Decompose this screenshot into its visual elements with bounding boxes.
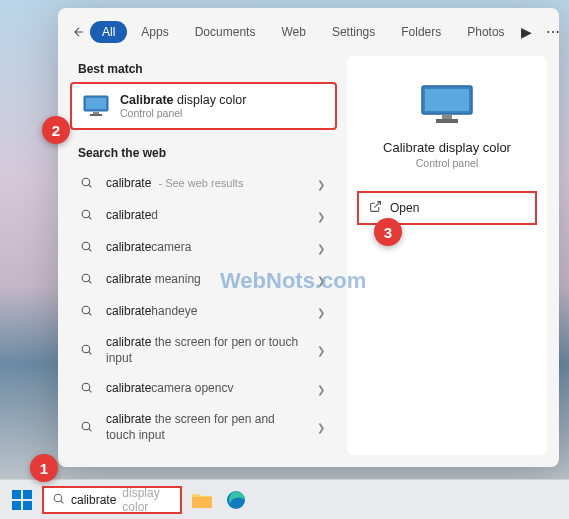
best-match-title-rest: display color xyxy=(174,93,247,107)
callout-2: 2 xyxy=(42,116,70,144)
web-result-item[interactable]: calibrate the screen for pen or touch in… xyxy=(70,328,337,373)
svg-point-20 xyxy=(54,494,62,502)
tab-photos[interactable]: Photos xyxy=(455,21,516,43)
svg-rect-16 xyxy=(12,490,21,499)
web-result-text: calibrate the screen for pen and touch i… xyxy=(106,412,305,443)
best-match-title-bold: Calibrate xyxy=(120,93,174,107)
search-icon xyxy=(80,175,96,193)
web-result-item[interactable]: calibrate - See web results❯ xyxy=(70,168,337,200)
svg-rect-14 xyxy=(442,115,452,119)
web-result-item[interactable]: calibratecamera opencv❯ xyxy=(70,373,337,405)
tab-web[interactable]: Web xyxy=(269,21,317,43)
chevron-right-icon: ❯ xyxy=(315,422,327,433)
svg-point-9 xyxy=(82,345,90,353)
svg-point-5 xyxy=(82,210,90,218)
start-button[interactable] xyxy=(8,486,36,514)
more-icon[interactable]: ⋯ xyxy=(546,24,560,40)
best-match-label: Best match xyxy=(70,56,337,82)
svg-rect-18 xyxy=(12,501,21,510)
left-column: Best match Calibrate display color Contr… xyxy=(70,56,337,455)
svg-point-6 xyxy=(82,242,90,250)
chevron-right-icon: ❯ xyxy=(315,275,327,286)
chevron-right-icon: ❯ xyxy=(315,243,327,254)
file-explorer-icon[interactable] xyxy=(188,486,216,514)
monitor-icon xyxy=(82,92,110,120)
tab-documents[interactable]: Documents xyxy=(183,21,268,43)
svg-rect-2 xyxy=(93,112,99,114)
search-icon xyxy=(52,491,65,509)
search-web-label: Search the web xyxy=(70,140,337,166)
back-button[interactable] xyxy=(72,20,86,44)
open-icon xyxy=(369,199,382,217)
tab-apps[interactable]: Apps xyxy=(129,21,180,43)
web-result-item[interactable]: calibratehandeye❯ xyxy=(70,296,337,328)
svg-rect-1 xyxy=(86,98,106,109)
edge-icon[interactable] xyxy=(222,486,250,514)
web-result-item[interactable]: calibratecamera❯ xyxy=(70,232,337,264)
svg-point-11 xyxy=(82,422,90,430)
svg-rect-21 xyxy=(192,497,212,508)
chevron-right-icon: ❯ xyxy=(315,211,327,222)
preview-title: Calibrate display color xyxy=(383,140,511,155)
web-result-item[interactable]: calibrated❯ xyxy=(70,200,337,232)
tab-settings[interactable]: Settings xyxy=(320,21,387,43)
web-result-text: calibratecamera opencv xyxy=(106,381,305,397)
chevron-right-icon: ❯ xyxy=(315,384,327,395)
search-results-panel: AllAppsDocumentsWebSettingsFoldersPhotos… xyxy=(58,8,559,467)
best-match-sub: Control panel xyxy=(120,107,246,119)
web-result-text: calibrate - See web results xyxy=(106,176,305,192)
web-result-text: calibratehandeye xyxy=(106,304,305,320)
top-bar: AllAppsDocumentsWebSettingsFoldersPhotos… xyxy=(58,8,559,52)
tab-folders[interactable]: Folders xyxy=(389,21,453,43)
search-icon xyxy=(80,303,96,321)
preview-sub: Control panel xyxy=(416,157,478,169)
web-result-text: calibrate meaning xyxy=(106,272,305,288)
monitor-icon-large xyxy=(420,84,474,126)
svg-rect-15 xyxy=(436,119,458,123)
svg-rect-17 xyxy=(23,490,32,499)
search-icon xyxy=(80,419,96,437)
web-result-item[interactable]: calibrate meaning❯ xyxy=(70,264,337,296)
web-results-list: calibrate - See web results❯calibrated❯c… xyxy=(70,168,337,450)
chevron-right-icon: ❯ xyxy=(315,179,327,190)
svg-rect-19 xyxy=(23,501,32,510)
search-icon xyxy=(80,380,96,398)
right-preview: Calibrate display color Control panel Op… xyxy=(347,56,547,455)
web-result-text: calibratecamera xyxy=(106,240,305,256)
search-ghost-text: display color xyxy=(122,486,172,514)
search-icon xyxy=(80,239,96,257)
svg-point-7 xyxy=(82,274,90,282)
taskbar: calibrate display color xyxy=(0,479,569,519)
search-icon xyxy=(80,207,96,225)
taskbar-search-input[interactable]: calibrate display color xyxy=(42,486,182,514)
svg-rect-13 xyxy=(425,89,469,111)
web-result-text: calibrated xyxy=(106,208,305,224)
svg-point-4 xyxy=(82,178,90,186)
svg-rect-3 xyxy=(90,114,102,116)
open-label: Open xyxy=(390,201,419,215)
callout-3: 3 xyxy=(374,218,402,246)
best-match-item[interactable]: Calibrate display color Control panel xyxy=(70,82,337,130)
web-result-item[interactable]: calibrate the screen for pen and touch i… xyxy=(70,405,337,450)
search-typed-text: calibrate xyxy=(71,493,116,507)
search-icon xyxy=(80,271,96,289)
play-icon[interactable]: ▶ xyxy=(521,24,532,40)
tab-all[interactable]: All xyxy=(90,21,127,43)
chevron-right-icon: ❯ xyxy=(315,307,327,318)
callout-1: 1 xyxy=(30,454,58,482)
search-icon xyxy=(80,342,96,360)
chevron-right-icon: ❯ xyxy=(315,345,327,356)
svg-point-10 xyxy=(82,383,90,391)
web-result-text: calibrate the screen for pen or touch in… xyxy=(106,335,305,366)
svg-point-8 xyxy=(82,306,90,314)
